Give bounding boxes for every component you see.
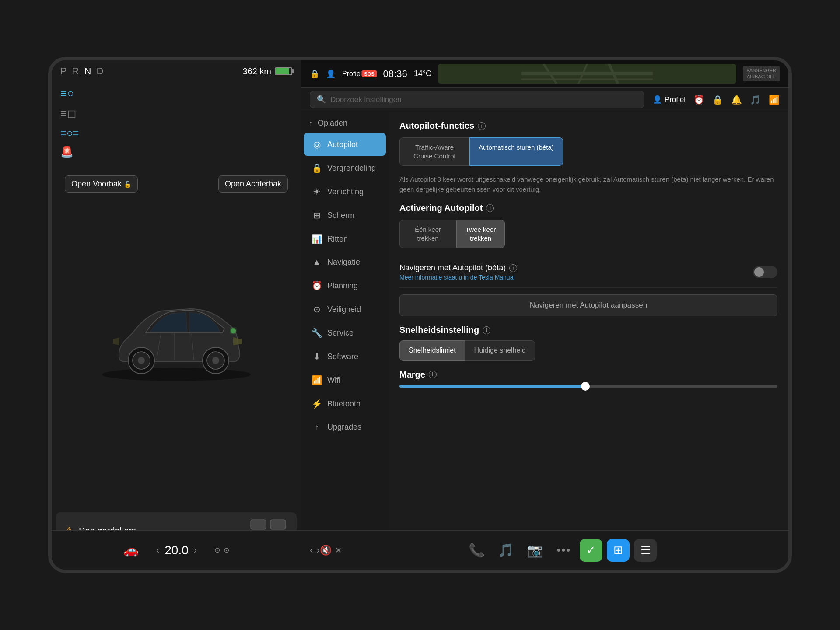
search-placeholder: Doorzoek instellingen <box>330 95 402 104</box>
camera-taskbar-icon[interactable]: 📷 <box>521 542 550 558</box>
autopilot-info-icon[interactable]: i <box>478 122 486 130</box>
nav-item-opladen[interactable]: ↑ Opladen <box>301 114 388 132</box>
profile-label[interactable]: 👤 Profiel <box>653 95 686 104</box>
top-bar-left: 🔒 👤 Profiel <box>310 69 362 79</box>
auto-steer-button[interactable]: Automatisch sturen (bèta) <box>469 137 563 166</box>
marge-info-icon[interactable]: i <box>429 371 437 378</box>
nav-item-veiligheid[interactable]: ⊙ Veiligheid <box>304 298 386 321</box>
speed-limit-button[interactable]: Snelheidslimiet <box>399 340 465 361</box>
left-bottom-taskbar: 🚗 ‹ 20.0 › ⊙ ⊙ <box>52 530 301 570</box>
autopilot-mode-buttons: Traffic-Aware Cruise Control Automatisch… <box>399 137 777 166</box>
temp-decrease-button[interactable]: ‹ <box>156 545 159 556</box>
nav-item-scherm[interactable]: ⊞ Scherm <box>304 204 386 227</box>
nav-arrows: ‹ › <box>310 545 320 556</box>
autopilot-description: Als Autopilot 3 keer wordt uitgeschakeld… <box>399 175 777 194</box>
autopilot-functions-title: Autopilot-functies i <box>399 121 777 131</box>
current-speed-button[interactable]: Huidige snelheid <box>465 340 535 361</box>
svg-point-7 <box>231 328 236 333</box>
nav-item-autopilot[interactable]: ◎ Autopilot <box>304 133 386 156</box>
car-status-icon[interactable]: 🚗 <box>123 543 139 557</box>
nav-item-ritten[interactable]: 📊 Ritten <box>304 228 386 250</box>
right-panel: 🔒 👤 Profiel SOS 08:36 14°C <box>301 60 788 570</box>
profile-top-icon: 👤 <box>326 69 336 79</box>
sos-badge[interactable]: SOS <box>362 70 376 77</box>
navigate-info-icon[interactable]: i <box>509 264 517 272</box>
nav-item-planning[interactable]: ⏰ Planning <box>304 274 386 297</box>
music-taskbar-icon[interactable]: 🎵 <box>491 542 521 558</box>
left-panel: P R N D 362 km ≡○ ≡◻ ≡○≡ 🚨 <box>52 60 301 570</box>
music-icon[interactable]: 🎵 <box>750 94 761 105</box>
bluetooth-icon: ⚡ <box>312 399 322 409</box>
slider-thumb[interactable] <box>581 382 590 391</box>
signal-icon[interactable]: 📶 <box>769 94 780 105</box>
nav-item-upgrades[interactable]: ↑ Upgrades <box>304 416 386 438</box>
passenger-airbag-indicator: PASSENGER AIRBAG OFF <box>743 66 780 81</box>
grid-app-icon[interactable]: ⊞ <box>607 539 630 562</box>
map-area[interactable] <box>438 64 736 84</box>
bell-icon[interactable]: 🔔 <box>731 94 742 105</box>
svg-point-0 <box>102 368 251 381</box>
lock-nav-icon: 🔒 <box>312 163 322 173</box>
more-options-icon[interactable]: ••• <box>550 543 578 557</box>
profile-icons: 👤 Profiel ⏰ 🔒 🔔 🎵 📶 <box>653 94 780 105</box>
profile-top-label[interactable]: Profiel <box>342 70 362 78</box>
traffic-aware-button[interactable]: Traffic-Aware Cruise Control <box>399 137 469 166</box>
left-top-bar: P R N D 362 km <box>52 60 301 82</box>
nav-item-verlichting[interactable]: ☀ Verlichting <box>304 180 386 203</box>
nav-right-button[interactable]: › <box>316 545 319 556</box>
nav-item-navigatie[interactable]: ▲ Navigatie <box>304 251 386 273</box>
svg-rect-11 <box>251 520 266 529</box>
search-icon: 🔍 <box>317 95 326 104</box>
speed-info-icon[interactable]: i <box>483 326 490 334</box>
sidebar-nav: ↑ Opladen ◎ Autopilot 🔒 Vergrendeling ☀ … <box>301 112 388 530</box>
nav-item-bluetooth[interactable]: ⚡ Bluetooth <box>304 392 386 415</box>
top-bar: 🔒 👤 Profiel SOS 08:36 14°C <box>301 60 788 88</box>
speed-section-title: Snelheidsinstelling i <box>399 325 777 335</box>
autopilot-icon: ◎ <box>312 139 322 150</box>
marge-slider[interactable] <box>399 385 777 388</box>
front-icon: ≡◻ <box>60 107 77 120</box>
slider-fill <box>399 385 588 388</box>
activation-buttons: Één keer trekken Twee keer trekken <box>399 220 777 248</box>
activation-info-icon[interactable]: i <box>486 204 494 212</box>
defrost-front-icon[interactable]: ⊙ <box>214 546 220 554</box>
car-svg <box>93 280 259 394</box>
nav-item-service[interactable]: 🔧 Service <box>304 322 386 344</box>
planning-icon: ⏰ <box>312 280 322 291</box>
nav-item-wifi[interactable]: 📶 Wifi <box>304 369 386 392</box>
navigate-autopilot-label-group: Navigeren met Autopilot (bèta) i Meer in… <box>399 263 517 281</box>
trips-icon: 📊 <box>312 234 322 244</box>
outside-temp: 14°C <box>414 69 431 78</box>
defrost-rear-icon[interactable]: ⊙ <box>224 546 229 554</box>
activation-title: Activering Autopilot i <box>399 203 777 213</box>
top-bar-right: PASSENGER AIRBAG OFF <box>743 66 780 81</box>
nav-item-software[interactable]: ⬇ Software <box>304 345 386 368</box>
customize-autopilot-button[interactable]: Navigeren met Autopilot aanpassen <box>399 294 777 316</box>
navigate-autopilot-sublabel: Meer informatie staat u in de Tesla Manu… <box>399 274 517 281</box>
mute-icon[interactable]: 🔇 <box>320 545 332 556</box>
nav-left-button[interactable]: ‹ <box>310 545 313 556</box>
upgrades-icon: ↑ <box>312 422 322 432</box>
checklist-app-icon[interactable]: ✓ <box>580 539 602 562</box>
temp-value-display: 20.0 <box>164 543 189 557</box>
defrost-controls: ⊙ ⊙ <box>214 546 229 554</box>
nav-item-vergrendeling[interactable]: 🔒 Vergrendeling <box>304 157 386 179</box>
alarm-icon[interactable]: ⏰ <box>693 94 704 105</box>
one-pull-button[interactable]: Één keer trekken <box>399 220 456 248</box>
charge-icon: ↑ <box>309 119 312 127</box>
rear-trunk-label[interactable]: Open Achterbak <box>218 175 288 192</box>
lock-profile-icon[interactable]: 🔒 <box>712 94 723 105</box>
two-pull-button[interactable]: Twee keer trekken <box>456 220 505 248</box>
settings-content: Autopilot-functies i Traffic-Aware Cruis… <box>388 112 788 530</box>
prnd-display: P R N D <box>60 66 105 77</box>
temperature-control[interactable]: ‹ 20.0 › <box>156 543 197 557</box>
search-box[interactable]: 🔍 Doorzoek instellingen <box>310 91 644 108</box>
svg-point-3 <box>138 357 145 364</box>
temp-increase-button[interactable]: › <box>194 545 197 556</box>
phone-icon[interactable]: 📞 <box>462 542 491 558</box>
front-trunk-label[interactable]: Open Voorbak 🔓 <box>65 175 138 192</box>
navigate-autopilot-toggle[interactable] <box>753 266 777 278</box>
profile-bar: 🔍 Doorzoek instellingen 👤 Profiel ⏰ 🔒 🔔 … <box>301 88 788 112</box>
menu-app-icon[interactable]: ☰ <box>634 539 657 562</box>
light-icon: ☀ <box>312 186 322 197</box>
